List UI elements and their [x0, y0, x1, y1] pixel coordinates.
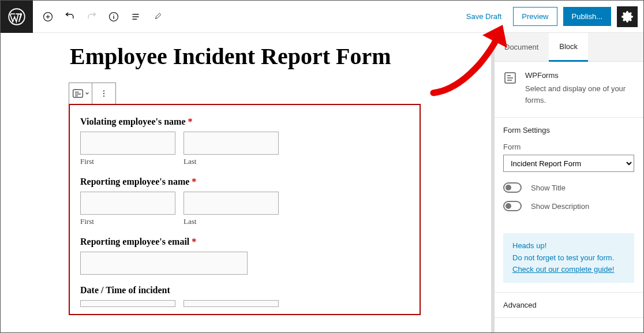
form-settings-header[interactable]: Form Settings — [494, 118, 643, 143]
wpforms-icon — [503, 71, 517, 85]
tab-document[interactable]: Document — [494, 33, 549, 61]
scrollbar[interactable] — [491, 33, 495, 333]
sub-label: First — [80, 217, 175, 226]
show-description-row: Show Description — [503, 201, 634, 211]
form-icon — [72, 88, 84, 99]
add-block-button[interactable] — [38, 6, 58, 27]
form-select-label: Form — [503, 143, 634, 151]
edit-button[interactable] — [147, 6, 168, 27]
violating-name-field: Violating employee's name * First Last — [80, 117, 409, 166]
wordpress-logo[interactable] — [1, 1, 33, 33]
form-settings-panel: Form Settings Form Incident Report Form … — [494, 118, 643, 293]
reporting-last-input[interactable] — [184, 192, 279, 215]
settings-button[interactable] — [617, 6, 638, 27]
reporting-email-input[interactable] — [80, 252, 248, 275]
time-input[interactable] — [184, 300, 279, 307]
svg-point-5 — [103, 93, 104, 94]
svg-point-4 — [103, 90, 104, 91]
required-indicator: * — [192, 177, 196, 186]
advanced-panel: Advanced — [494, 293, 643, 318]
undo-button[interactable] — [59, 6, 80, 27]
violating-last-input[interactable] — [184, 132, 279, 155]
show-description-toggle[interactable] — [503, 201, 522, 211]
sidebar-tabs: Document Block — [494, 33, 643, 62]
notice-link[interactable]: Check out our complete guide! — [512, 265, 614, 274]
block-more-button[interactable] — [92, 83, 115, 104]
required-indicator: * — [188, 117, 193, 126]
field-label: Date / Time of incident — [80, 285, 409, 295]
toggle-label: Show Description — [531, 202, 589, 211]
toolbar-right: Save Draft Preview Publish... — [460, 6, 643, 27]
notice: Heads up! Do not forget to test your for… — [503, 233, 634, 283]
sub-label: Last — [184, 157, 279, 166]
gear-icon — [621, 10, 634, 23]
outline-button[interactable] — [125, 6, 146, 27]
block-type-button[interactable] — [69, 83, 92, 104]
top-toolbar: Save Draft Preview Publish... — [1, 1, 643, 33]
show-title-row: Show Title — [503, 182, 634, 193]
sub-label: First — [80, 157, 175, 166]
required-indicator: * — [192, 237, 196, 246]
reporting-first-input[interactable] — [80, 192, 175, 215]
toolbar-left — [33, 6, 173, 27]
svg-point-6 — [103, 95, 104, 96]
show-title-toggle[interactable] — [503, 182, 522, 193]
datetime-field: Date / Time of incident — [80, 285, 409, 307]
editor-content: Employee Incident Report Form Violating … — [1, 33, 493, 332]
field-label: Reporting employee's name * — [80, 177, 409, 187]
form-block[interactable]: Violating employee's name * First Last — [69, 104, 421, 315]
field-label: Violating employee's name * — [80, 117, 409, 127]
block-toolbar — [69, 83, 116, 104]
chevron-down-icon — [85, 91, 89, 96]
violating-first-input[interactable] — [80, 132, 175, 155]
sidebar: Document Block WPForms Select and displa… — [493, 33, 643, 332]
advanced-header[interactable]: Advanced — [494, 293, 643, 317]
main-area: Employee Incident Report Form Violating … — [1, 33, 643, 332]
field-label: Reporting employee's email * — [80, 237, 409, 247]
sub-label: Last — [184, 217, 279, 226]
block-info-title: WPForms — [525, 71, 634, 80]
notice-title: Heads up! — [512, 241, 625, 250]
block-info-desc: Select and display one of your forms. — [525, 83, 634, 106]
page-title[interactable]: Employee Incident Report Form — [70, 42, 476, 71]
info-button[interactable] — [103, 6, 124, 27]
preview-button[interactable]: Preview — [513, 7, 557, 26]
block-info: WPForms Select and display one of your f… — [494, 62, 643, 118]
form-select[interactable]: Incident Report Form — [503, 155, 634, 172]
date-input[interactable] — [80, 300, 175, 307]
save-draft-button[interactable]: Save Draft — [460, 12, 507, 21]
toggle-label: Show Title — [531, 184, 566, 192]
notice-text: Do not forget to test your form. — [512, 252, 625, 264]
publish-button[interactable]: Publish... — [563, 7, 611, 26]
redo-button[interactable] — [81, 6, 102, 27]
more-vertical-icon — [99, 88, 109, 99]
tab-block[interactable]: Block — [549, 33, 588, 62]
reporting-name-field: Reporting employee's name * First Last — [80, 177, 409, 226]
reporting-email-field: Reporting employee's email * — [80, 237, 409, 275]
